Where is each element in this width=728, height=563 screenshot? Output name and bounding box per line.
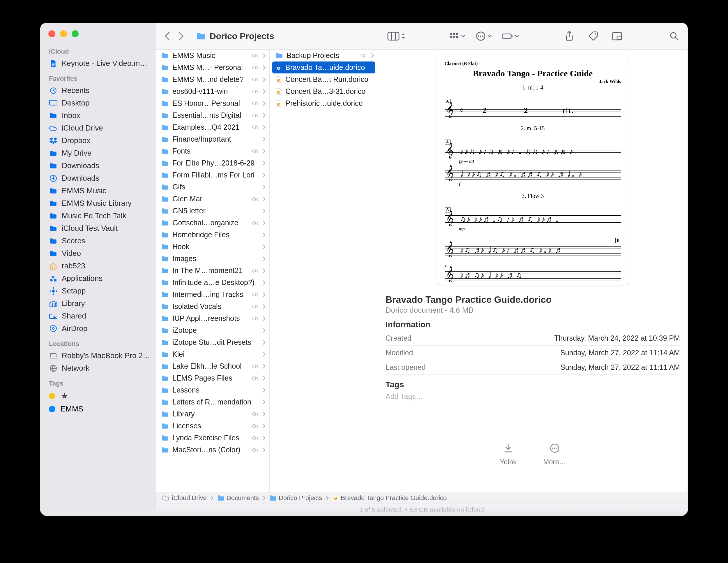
sidebar-item[interactable]: Downloads (40, 172, 155, 184)
list-item[interactable]: GN5 letter (156, 205, 269, 217)
list-item[interactable]: Letters of R…mendation (156, 396, 269, 408)
list-item[interactable]: MacStori…ns (Color) (156, 444, 269, 456)
window-controls (40, 23, 155, 43)
list-item[interactable]: Klei (156, 348, 269, 360)
list-item[interactable]: Concert Ba…t Run.dorico (270, 73, 378, 85)
search-button[interactable] (667, 29, 681, 43)
folder-icon (161, 148, 169, 154)
sidebar-item-label: Setapp (62, 287, 86, 296)
sidebar-item[interactable]: Recents (40, 84, 155, 97)
list-item[interactable]: Images (156, 253, 269, 264)
share-button[interactable] (563, 29, 576, 43)
zoom-button[interactable] (72, 30, 79, 37)
sidebar-item[interactable]: AirDrop (40, 322, 155, 335)
list-item[interactable]: Examples…Q4 2021 (156, 121, 269, 133)
list-item[interactable]: IUP Appl…reenshots (156, 313, 269, 324)
sidebar-item[interactable]: Network (40, 362, 155, 375)
list-item[interactable]: Fonts (156, 145, 269, 157)
view-columns-button[interactable] (387, 29, 405, 43)
yoink-action[interactable]: Yoink (499, 442, 517, 466)
path-segment[interactable]: Documents (217, 494, 259, 502)
path-segment[interactable]: Dorico Projects (269, 494, 322, 502)
list-item[interactable]: Hook (156, 241, 269, 253)
list-item[interactable]: Prehistoric…uide.dorico (270, 97, 378, 109)
list-item[interactable]: Backup Projects (270, 50, 378, 61)
chevron-right-icon (262, 423, 266, 429)
minimize-button[interactable] (60, 30, 67, 37)
label-button[interactable] (502, 29, 519, 43)
list-item[interactable]: EMMS M…nd delete? (156, 73, 269, 85)
list-item[interactable]: Gottschal…organize (156, 217, 269, 229)
path-bar[interactable]: iCloud DriveDocumentsDorico ProjectsBrav… (156, 492, 688, 504)
list-item[interactable]: ES Honor…Personal (156, 97, 269, 109)
column-2[interactable]: Backup ProjectsBravado Ta…uide.doricoCon… (270, 50, 378, 492)
group-button[interactable] (449, 29, 465, 43)
list-item[interactable]: eos60d-v111-win (156, 85, 269, 97)
quick-look-button[interactable] (610, 29, 624, 43)
list-item[interactable]: Lynda Exercise Files (156, 432, 269, 444)
list-item[interactable]: Infinitude a…e Desktop?) (156, 276, 269, 289)
sidebar-item[interactable]: Robby's MacBook Pro 2… (40, 350, 155, 362)
list-item[interactable]: Essential…nts Digital (156, 109, 269, 121)
sidebar-item[interactable]: Dropbox (40, 134, 155, 147)
sidebar-tag[interactable]: EMMS (40, 403, 155, 415)
download-icon (499, 442, 517, 455)
list-item[interactable]: Glen Mar (156, 193, 269, 205)
sidebar-item[interactable]: Inbox (40, 109, 155, 122)
sidebar-item[interactable]: Library (40, 297, 155, 310)
list-item[interactable]: Bravado Ta…uide.dorico (272, 61, 375, 73)
folder-icon (161, 100, 169, 107)
list-item[interactable]: EMMS M…- Personal (156, 61, 269, 73)
sidebar-item[interactable]: Setapp (40, 285, 155, 297)
list-item[interactable]: Form Fillabl…ms For Lori (156, 169, 269, 181)
list-item[interactable]: In The M…moment21 (156, 264, 269, 276)
sidebar-item[interactable]: Shared (40, 310, 155, 322)
list-item[interactable]: Finance/Important (156, 133, 269, 145)
sidebar-item[interactable]: Applications (40, 272, 155, 285)
action-button[interactable] (476, 29, 492, 43)
sidebar-item[interactable]: Video (40, 247, 155, 259)
sidebar-item[interactable]: Scores (40, 234, 155, 247)
sidebar-item[interactable]: EMMS Music (40, 184, 155, 197)
item-label: Backup Projects (287, 51, 357, 60)
sidebar-item[interactable]: Music Ed Tech Talk (40, 209, 155, 222)
sidebar-item[interactable]: Downloads (40, 159, 155, 172)
sidebar-tag[interactable]: ★ (40, 389, 155, 403)
nav-back-button[interactable] (162, 31, 172, 41)
sidebar-item[interactable]: Keynote - Live Video.m… (40, 57, 155, 70)
nav-forward-button[interactable] (176, 31, 186, 41)
sidebar-item[interactable]: iCloud Drive (40, 122, 155, 134)
sidebar-item[interactable]: EMMS Music Library (40, 197, 155, 209)
list-item[interactable]: iZotope Stu…dit Presets (156, 336, 269, 348)
list-item[interactable]: EMMS Music (156, 50, 269, 61)
sidebar-item[interactable]: rab523 (40, 259, 155, 272)
list-item[interactable]: Concert Ba…3-31.dorico (270, 85, 378, 97)
svg-point-25 (595, 33, 596, 34)
tags-button[interactable] (586, 29, 600, 43)
path-segment[interactable]: iCloud Drive (161, 494, 207, 502)
cloud-download-icon (252, 77, 259, 82)
add-tags-field[interactable]: Add Tags… (386, 392, 680, 401)
list-item[interactable]: For Elite Phy…2018-6-29 (156, 157, 269, 169)
path-segment[interactable]: Bravado Tango Practice Guide.dorico (333, 494, 447, 502)
file-preview[interactable]: Clarinet (B Flat) Bravado Tango - Practi… (437, 55, 629, 285)
list-item[interactable]: Isolated Vocals (156, 301, 269, 313)
folder-icon (217, 495, 225, 501)
list-item[interactable]: iZotope (156, 324, 269, 336)
cloud-download-icon (252, 149, 259, 154)
list-item[interactable]: Intermedi…ing Tracks (156, 289, 269, 301)
sidebar-item[interactable]: Desktop (40, 97, 155, 109)
list-item[interactable]: Gifs (156, 181, 269, 193)
sidebar-item[interactable]: iCloud Test Vault (40, 222, 155, 234)
list-item[interactable]: Homebridge Files (156, 229, 269, 241)
column-view: EMMS MusicEMMS M…- PersonalEMMS M…nd del… (156, 50, 688, 492)
list-item[interactable]: Licenses (156, 420, 269, 432)
column-1[interactable]: EMMS MusicEMMS M…- PersonalEMMS M…nd del… (156, 50, 270, 492)
list-item[interactable]: Lessons (156, 384, 269, 396)
sidebar-item[interactable]: My Drive (40, 147, 155, 159)
more-action[interactable]: More… (543, 442, 566, 466)
list-item[interactable]: Lake Elkh…le School (156, 360, 269, 372)
list-item[interactable]: LEMS Pages Files (156, 372, 269, 384)
close-button[interactable] (48, 30, 55, 37)
list-item[interactable]: Library (156, 408, 269, 420)
